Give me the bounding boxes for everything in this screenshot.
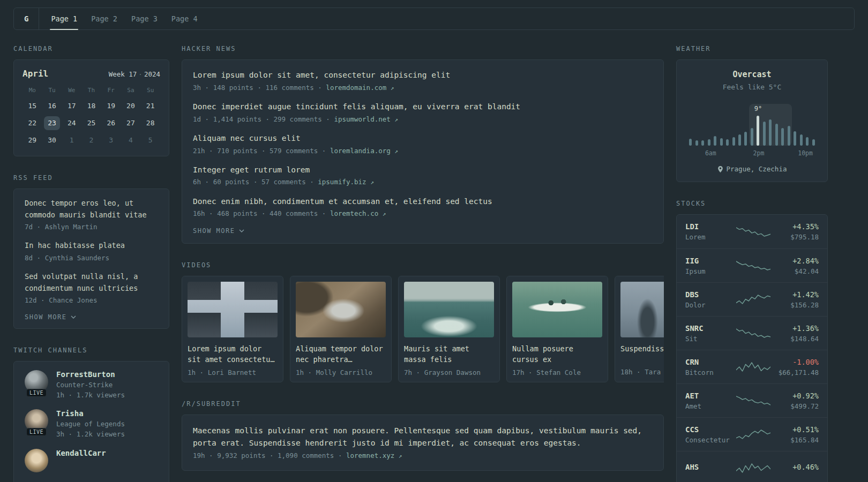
rss-item-title[interactable]: Donec tempor eros leo, ut commodo mauris… <box>25 198 158 221</box>
video-thumbnail[interactable] <box>296 282 386 337</box>
calendar-weekday-row: MoTuWeThFrSaSu <box>23 87 160 94</box>
video-title[interactable]: Suspendisse diam <box>620 344 664 365</box>
twitch-widget: TWITCH CHANNELS LIVE ForrestBurton Count… <box>13 347 169 482</box>
twitch-channel-name[interactable]: ForrestBurton <box>56 370 125 379</box>
rss-show-more-button[interactable]: SHOW MORE <box>25 313 76 321</box>
stock-row[interactable]: DBSDolor +1.42%$156.28 <box>677 282 827 316</box>
chevron-down-icon <box>239 229 244 232</box>
stock-change: -1.00% <box>772 358 819 366</box>
hn-show-more-button[interactable]: SHOW MORE <box>193 227 244 235</box>
stock-ticker: IIG <box>685 257 735 265</box>
weather-hourly-chart: 9° <box>687 104 817 146</box>
tab-page-4[interactable]: Page 4 <box>165 8 204 29</box>
video-title[interactable]: Lorem ipsum dolor sit amet consectetu… <box>188 344 278 365</box>
stock-row[interactable]: IIGIpsum +2.84%$42.04 <box>677 248 827 282</box>
stock-row[interactable]: AETAmet +0.92%$499.72 <box>677 383 827 417</box>
weather-time-axis: 6am 2pm 10pm <box>685 149 819 157</box>
stocks-card: LDILorem +4.35%$795.18 IIGIpsum +2.84%$4… <box>676 214 828 482</box>
calendar-day: 1 <box>63 133 80 147</box>
hn-story: Lorem ipsum dolor sit amet, consectetur … <box>193 70 653 93</box>
calendar-day: 27 <box>123 116 139 130</box>
tab-page-1[interactable]: Page 1 <box>44 8 84 29</box>
calendar-day: 23 <box>44 116 61 130</box>
stock-change: +0.92% <box>772 391 819 400</box>
rss-item-title[interactable]: Sed volutpat nulla nisl, a condimentum n… <box>25 271 158 294</box>
stock-ticker: LDI <box>685 222 735 231</box>
calendar-day-grid: 1516171819202122232425262728293012345 <box>23 99 160 147</box>
rss-card: Donec tempor eros leo, ut commodo mauris… <box>13 189 169 329</box>
stock-name: Ipsum <box>685 267 735 275</box>
stock-change: +4.35% <box>772 222 819 231</box>
right-column: WEATHER Overcast Feels like 5°C 9° 6am 2… <box>676 45 828 482</box>
hn-story: Donec imperdiet augue tincidunt felis al… <box>193 101 653 124</box>
stock-row[interactable]: CRNBitcorn -1.00%$66,171.48 <box>677 350 827 383</box>
calendar-widget: CALENDAR April Week 17·2024 MoTuWeThFrSa… <box>13 45 169 156</box>
stock-sparkline <box>736 327 770 339</box>
left-column: CALENDAR April Week 17·2024 MoTuWeThFrSa… <box>13 45 169 482</box>
subreddit-post-domain[interactable]: loremnet.xyz ↗ <box>346 451 402 460</box>
video-thumbnail[interactable] <box>512 282 602 337</box>
weather-bar: 9° <box>755 104 761 146</box>
subreddit-post-title[interactable]: Maecenas mollis pulvinar erat non posuer… <box>193 425 653 449</box>
calendar-day: 2 <box>83 133 100 147</box>
weather-bar <box>780 104 785 146</box>
app-logo[interactable]: G <box>14 8 39 29</box>
hn-story-domain[interactable]: ipsumworld.net ↗ <box>334 115 398 123</box>
video-thumbnail[interactable] <box>404 282 494 337</box>
video-card: Suspendisse diam 18h · Tara <box>615 276 664 382</box>
weather-bar <box>724 104 730 146</box>
video-row: Lorem ipsum dolor sit amet consectetu… 1… <box>182 276 664 382</box>
stock-row[interactable]: AHS +0.46% <box>677 451 827 482</box>
rss-item: Sed volutpat nulla nisl, a condimentum n… <box>25 271 158 305</box>
rss-item-title[interactable]: In hac habitasse platea <box>25 240 158 252</box>
stock-price: $499.72 <box>772 402 819 410</box>
video-title[interactable]: Aliquam tempor dolor nec pharetra… <box>296 344 386 365</box>
hn-story: Donec enim nibh, condimentum et accumsan… <box>193 196 653 219</box>
video-meta: 1h · Lori Barnett <box>188 368 278 376</box>
hn-story-domain[interactable]: loremtech.co ↗ <box>330 209 386 217</box>
weather-condition: Overcast <box>685 70 819 79</box>
stock-row[interactable]: LDILorem +4.35%$795.18 <box>677 215 827 248</box>
hn-story-domain[interactable]: ipsumify.biz ↗ <box>318 178 373 186</box>
hn-story-domain[interactable]: loremdomain.com ↗ <box>326 84 394 92</box>
weather-bar <box>737 104 743 146</box>
twitch-channel-name[interactable]: Trisha <box>56 409 125 418</box>
subreddit-widget-title: /R/SUBREDDIT <box>182 400 664 408</box>
twitch-card: LIVE ForrestBurton Counter-Strike 1h · 1… <box>13 361 169 482</box>
weather-bar <box>761 104 767 146</box>
calendar-day: 18 <box>83 99 100 113</box>
weather-time-label: 6am <box>705 149 716 157</box>
video-meta: 1h · Molly Carrillo <box>296 368 386 376</box>
twitch-channel-row[interactable]: LIVE Trisha League of Legends 3h · 1.2k … <box>25 409 158 439</box>
stock-row[interactable]: SNRCSit +1.36%$148.64 <box>677 316 827 350</box>
hn-story-domain[interactable]: loremlandia.org ↗ <box>330 147 398 155</box>
external-link-icon: ↗ <box>394 148 398 155</box>
video-title[interactable]: Nullam posuere cursus ex <box>512 344 602 365</box>
videos-widget-title: VIDEOS <box>182 261 664 269</box>
hn-story-title[interactable]: Aliquam nec cursus elit <box>193 133 653 145</box>
hn-story: Aliquam nec cursus elit 21h · 710 points… <box>193 133 653 156</box>
hn-story-title[interactable]: Donec imperdiet augue tincidunt felis al… <box>193 101 653 113</box>
stock-row[interactable]: CCSConsectetur +0.51%$165.84 <box>677 417 827 451</box>
tab-page-3[interactable]: Page 3 <box>125 8 164 29</box>
twitch-channel-row[interactable]: LIVE ForrestBurton Counter-Strike 1h · 1… <box>25 370 158 400</box>
video-thumbnail[interactable] <box>620 282 664 337</box>
video-thumbnail[interactable] <box>188 282 278 337</box>
video-card: Lorem ipsum dolor sit amet consectetu… 1… <box>182 276 283 382</box>
hn-story-title[interactable]: Donec enim nibh, condimentum et accumsan… <box>193 196 653 208</box>
video-title[interactable]: Mauris sit amet massa felis <box>404 344 494 365</box>
stock-sparkline <box>736 226 770 238</box>
twitch-channel-name[interactable]: KendallCarr <box>56 449 106 457</box>
calendar-day: 22 <box>24 116 41 130</box>
hn-story-title[interactable]: Lorem ipsum dolor sit amet, consectetur … <box>193 70 653 81</box>
video-meta: 7h · Grayson Dawson <box>404 368 494 376</box>
weather-location[interactable]: Prague, Czechia <box>685 165 819 173</box>
hackernews-widget: HACKER NEWS Lorem ipsum dolor sit amet, … <box>182 45 664 244</box>
stock-ticker: CCS <box>685 425 735 434</box>
tab-page-2[interactable]: Page 2 <box>85 8 124 29</box>
hn-story-title[interactable]: Integer eget rutrum lorem <box>193 164 653 176</box>
twitch-channel-row[interactable]: KendallCarr <box>25 449 158 472</box>
calendar-day: 24 <box>63 116 80 130</box>
hn-story-meta: 6h · 60 points · 57 comments · ipsumify.… <box>193 177 653 187</box>
calendar-day: 21 <box>142 99 159 113</box>
